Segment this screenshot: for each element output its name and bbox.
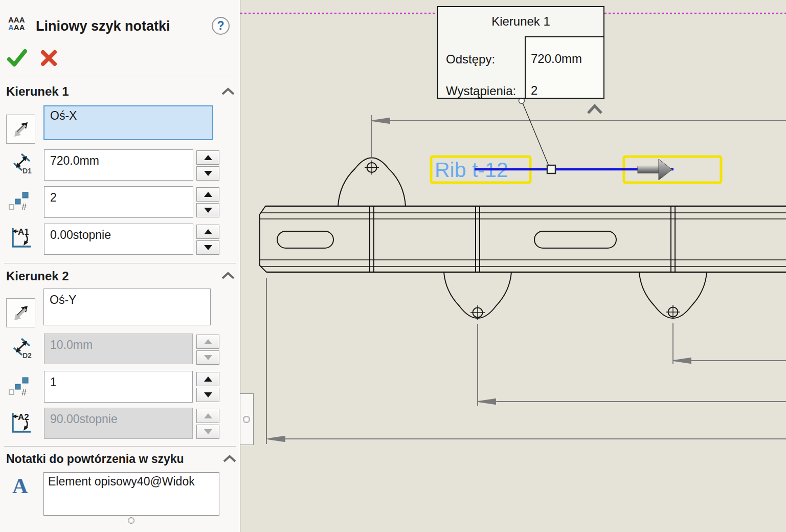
spacing2-icon: D2 — [12, 338, 33, 359]
chevron-up-icon — [222, 273, 234, 278]
callout-anchor-handle[interactable] — [519, 98, 525, 104]
direction2-spacing-spinner — [196, 335, 219, 366]
note-icon: A — [12, 474, 28, 498]
angle1-icon: A1 — [10, 225, 32, 249]
pattern-callout[interactable]: Kierunek 1 Odstępy: Wystąpienia: 720.0mm… — [437, 6, 604, 99]
question-mark-icon: ? — [217, 19, 224, 33]
callout-value-box[interactable]: 720.0mm 2 — [525, 36, 604, 99]
section-direction2-collapse[interactable] — [221, 272, 235, 279]
chevron-up-icon — [222, 89, 234, 94]
direction2-angle-field: 90.00stopnie — [44, 408, 193, 439]
direction1-count-field[interactable]: 2 — [44, 186, 193, 218]
spin-up-button — [196, 335, 219, 349]
list-item[interactable]: Element opisowy40@Widok — [48, 475, 219, 489]
spin-down-button — [196, 425, 219, 439]
direction1-count-spinner — [196, 187, 219, 219]
ok-button[interactable] — [7, 48, 28, 69]
divider — [4, 263, 236, 263]
slot-hole-right — [534, 231, 616, 248]
section-notes-title: Notatki do powtórzenia w szyku — [6, 452, 184, 466]
check-icon — [9, 51, 25, 64]
direction2-count-spinner — [196, 372, 219, 404]
svg-text:A2: A2 — [18, 412, 29, 422]
callout-instances-value[interactable]: 2 — [531, 83, 537, 98]
direction1-axis-field[interactable]: Oś-X — [43, 105, 213, 140]
tab-grip-icon — [243, 416, 250, 423]
svg-text:D1: D1 — [23, 167, 32, 174]
section-direction1-title: Kierunek 1 — [6, 84, 69, 99]
direction2-count-field[interactable]: 1 — [44, 371, 193, 403]
spin-down-button[interactable] — [196, 388, 219, 402]
direction1-spacing-spinner — [196, 150, 219, 182]
svg-text:#: # — [21, 202, 27, 211]
callout-instances-label: Wystąpienia: — [446, 84, 516, 98]
property-manager-panel: AAA AAA Liniowy szyk notatki ? Kierunek … — [0, 0, 240, 532]
direction2-axis-field[interactable]: Oś-Y — [43, 289, 211, 325]
svg-text:A1: A1 — [18, 227, 29, 237]
spin-up-button — [196, 409, 219, 423]
slot-hole-left — [277, 231, 333, 248]
reverse-direction-icon — [11, 303, 31, 323]
direction2-angle-spinner — [196, 409, 219, 440]
spin-down-button[interactable] — [196, 166, 219, 181]
reverse-direction-icon — [11, 119, 31, 140]
solidworks-window: Rib t-12 Kierunek 1 Odstępy: Wystąpienia… — [0, 0, 786, 532]
panel-flyout-tab[interactable] — [240, 393, 254, 445]
callout-spacing-value[interactable]: 720.0mm — [531, 52, 582, 66]
chevron-up-icon — [224, 456, 235, 461]
reverse-direction1-button[interactable] — [6, 115, 35, 144]
instances2-icon: # — [8, 375, 30, 396]
section-notes-collapse[interactable] — [223, 455, 236, 462]
svg-text:#: # — [21, 387, 27, 396]
spin-up-button[interactable] — [196, 225, 219, 239]
section-direction1-collapse[interactable] — [221, 87, 235, 95]
angle2-icon: A2 — [10, 410, 32, 434]
instances1-icon: # — [8, 190, 30, 211]
spacing1-icon: D1 — [12, 153, 33, 174]
callout-collapse-chevron-icon[interactable] — [588, 106, 601, 113]
spin-up-button[interactable] — [196, 150, 219, 165]
linear-note-pattern-icon: AAA AAA — [8, 16, 25, 31]
close-icon — [43, 52, 55, 64]
panel-resize-handle[interactable] — [128, 517, 134, 524]
section-direction2-title: Kierunek 2 — [6, 269, 69, 283]
direction1-spacing-field[interactable]: 720.0mm — [44, 149, 193, 181]
spin-up-button[interactable] — [196, 372, 219, 386]
spin-down-button[interactable] — [196, 240, 219, 255]
direction1-angle-field[interactable]: 0.00stopnie — [44, 224, 193, 255]
notes-to-pattern-list[interactable]: Element opisowy40@Widok — [43, 472, 219, 516]
help-button[interactable]: ? — [212, 17, 230, 35]
page-title: Liniowy szyk notatki — [36, 18, 170, 34]
divider — [4, 446, 236, 447]
leader-square-handle[interactable] — [547, 165, 555, 173]
callout-spacing-label: Odstępy: — [446, 52, 495, 66]
direction2-spacing-field: 10.0mm — [44, 334, 193, 364]
direction1-angle-spinner — [196, 225, 219, 256]
hole-center-marks — [365, 161, 680, 320]
spin-up-button[interactable] — [196, 187, 219, 202]
dimension-lines — [266, 115, 786, 444]
callout-title: Kierunek 1 — [438, 14, 603, 29]
divider — [4, 77, 236, 77]
reverse-direction2-button[interactable] — [6, 298, 35, 327]
cancel-button[interactable] — [40, 50, 58, 67]
direction-arrow[interactable] — [638, 159, 672, 180]
drawing-viewport[interactable]: Rib t-12 Kierunek 1 Odstępy: Wystąpienia… — [240, 0, 786, 532]
svg-text:D2: D2 — [23, 351, 32, 359]
spin-down-button[interactable] — [196, 203, 219, 217]
spin-down-button — [196, 350, 219, 365]
